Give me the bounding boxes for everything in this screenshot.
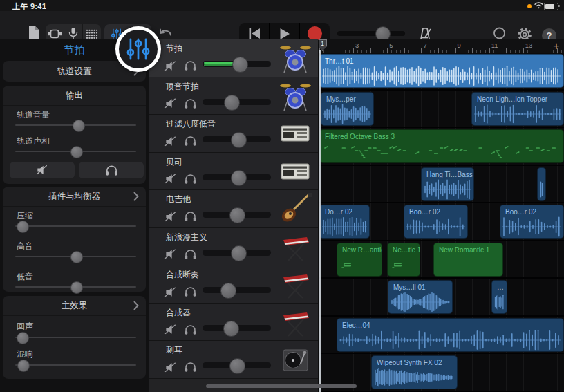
region[interactable]: … xyxy=(491,280,507,314)
plugins-eq-row[interactable]: 插件与均衡器 xyxy=(3,187,146,207)
master-volume-slider[interactable] xyxy=(337,31,405,36)
region[interactable]: Thr…t 01 xyxy=(319,54,564,88)
waveform xyxy=(540,179,543,200)
region-label: Ne…tic 1 xyxy=(393,246,420,254)
track-solo-button[interactable] xyxy=(182,321,198,338)
region[interactable]: Filtered Octave Bass 3 xyxy=(319,129,564,163)
track-volume-slider[interactable] xyxy=(15,119,136,131)
treble-knob[interactable] xyxy=(70,251,83,263)
track-solo-button[interactable] xyxy=(182,359,198,375)
track-solo-button[interactable] xyxy=(182,95,198,112)
track-header-row[interactable]: 顶音节拍 xyxy=(149,77,318,115)
track-pan-slider[interactable] xyxy=(15,145,136,158)
track-volume-knob[interactable] xyxy=(220,283,236,299)
ruler-tick xyxy=(370,48,371,53)
track-solo-button[interactable] xyxy=(182,283,198,300)
add-track-button[interactable]: + xyxy=(551,39,562,53)
region[interactable]: Boo…r 02 xyxy=(404,205,468,239)
timeline-track-lane: Filtered Octave Bass 3 xyxy=(319,128,564,166)
track-header-row[interactable]: 刺耳 xyxy=(149,341,318,379)
region[interactable]: Elec…04 xyxy=(337,318,564,352)
track-header-list: 节拍 顶音节拍 过滤八度低音 贝司 电吉他 新浪漫主义 合成断奏 合成器 刺耳 xyxy=(149,39,318,392)
track-volume-knob[interactable] xyxy=(223,321,239,337)
region[interactable]: Wipeout Synth FX 02 xyxy=(371,355,458,389)
toolbar: 效果 xyxy=(0,11,564,40)
track-volume-knob[interactable] xyxy=(229,358,245,374)
track-name: 刺耳 xyxy=(166,344,182,356)
track-solo-button[interactable] xyxy=(182,171,198,187)
track-volume-knob[interactable] xyxy=(73,120,85,132)
track-name: 过滤八度低音 xyxy=(166,118,216,130)
plugins-eq-section: 插件与均衡器 压缩 高音 低音 xyxy=(3,187,146,292)
region[interactable]: Mys…ll 01 xyxy=(388,280,453,314)
region[interactable]: Mys…per xyxy=(321,92,374,126)
chevron-right-icon xyxy=(133,192,139,201)
track-mute-button[interactable] xyxy=(162,57,179,74)
track-volume-slider[interactable] xyxy=(203,287,271,293)
timeline-track-lane: Do…r 02Boo…r 02Boo…r 02 xyxy=(319,203,564,241)
instrument-image-synth-module xyxy=(279,156,312,187)
track-solo-button[interactable] xyxy=(182,208,198,225)
region[interactable]: Hang Ti…Bass 02 xyxy=(421,167,474,201)
track-mute-button[interactable] xyxy=(162,246,179,263)
region[interactable]: Ne…tic 1 xyxy=(387,243,420,277)
region[interactable]: Do…r 02 xyxy=(319,205,370,239)
status-bar: 上午 9:41 xyxy=(0,0,564,11)
region[interactable]: New Romantic 1 xyxy=(433,243,503,277)
region-label: Hang Ti…Bass 02 xyxy=(426,171,474,178)
track-header-row[interactable]: 过滤八度低音 xyxy=(149,115,318,153)
track-header-row[interactable]: 新浪漫主义 xyxy=(149,228,318,266)
track-solo-button[interactable] xyxy=(182,246,198,263)
time-ruler[interactable]: 35791113 xyxy=(319,39,564,53)
reverb-knob[interactable] xyxy=(17,360,30,372)
track-volume-knob[interactable] xyxy=(224,95,240,111)
track-mute-button[interactable] xyxy=(162,283,179,300)
track-solo-button[interactable] xyxy=(182,57,198,74)
track-header-row[interactable]: 贝司 xyxy=(149,153,318,191)
track-mute-button[interactable] xyxy=(162,133,179,149)
loop-grid-icon xyxy=(86,29,98,39)
track-mute-button[interactable] xyxy=(162,359,179,375)
solo-button[interactable] xyxy=(79,162,144,178)
track-mute-button[interactable] xyxy=(162,171,179,187)
ruler-tick xyxy=(489,48,490,53)
track-mute-button[interactable] xyxy=(162,321,179,338)
echo-knob[interactable] xyxy=(17,332,29,344)
ruler-tick xyxy=(540,48,540,53)
mute-button[interactable] xyxy=(10,162,75,178)
microphone-icon xyxy=(68,27,78,41)
track-mute-button[interactable] xyxy=(162,95,179,112)
horizontal-scrollbar[interactable] xyxy=(206,384,357,388)
track-volume-knob[interactable] xyxy=(231,170,247,186)
track-header-row[interactable]: 合成器 xyxy=(149,304,318,342)
region-label: New R…antic 1 xyxy=(342,246,382,254)
region-label: Do…r 02 xyxy=(325,208,352,216)
treble-slider[interactable] xyxy=(15,250,136,263)
track-volume-knob[interactable] xyxy=(232,57,248,73)
track-mute-button[interactable] xyxy=(162,208,179,225)
bass-slider[interactable] xyxy=(15,281,136,293)
bass-knob[interactable] xyxy=(70,281,83,294)
track-header-row[interactable]: 电吉他 xyxy=(149,190,318,228)
region[interactable]: New R…antic 1 xyxy=(337,243,382,277)
echo-slider[interactable] xyxy=(15,331,136,344)
compression-slider[interactable] xyxy=(15,220,136,232)
track-header-row[interactable]: 节拍 xyxy=(149,39,318,77)
track-volume-knob[interactable] xyxy=(231,132,247,148)
track-header-row[interactable]: 合成断奏 xyxy=(149,265,318,304)
region[interactable]: Boo…r 02 xyxy=(500,205,564,239)
track-solo-button[interactable] xyxy=(182,133,198,149)
compression-knob[interactable] xyxy=(17,221,29,233)
mixer-icon xyxy=(125,36,151,62)
reverb-slider[interactable] xyxy=(15,359,136,371)
playhead[interactable] xyxy=(319,50,321,392)
track-volume-knob[interactable] xyxy=(231,245,247,261)
track-volume-knob[interactable] xyxy=(229,207,245,223)
master-effects-row[interactable]: 主效果 xyxy=(3,296,146,316)
track-pan-knob[interactable] xyxy=(70,146,83,158)
track-name: 节拍 xyxy=(166,43,182,55)
region[interactable] xyxy=(537,167,546,201)
timeline-track-lane: Thr…t 01 xyxy=(319,53,564,91)
ruler-bar-number: 7 xyxy=(423,41,426,49)
region[interactable]: Neon Ligh…ion Topper xyxy=(471,92,564,126)
